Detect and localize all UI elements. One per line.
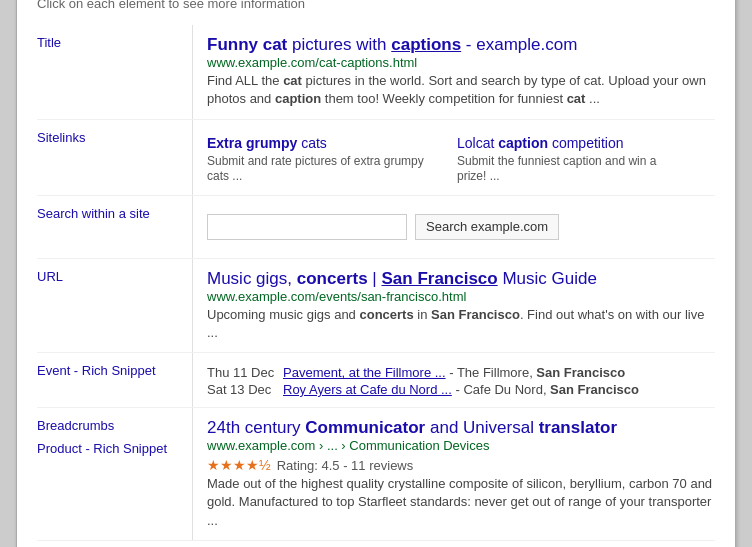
sitelinks-content: Extra grumpy cats Submit and rate pictur… (192, 120, 715, 195)
breadcrumbs-title[interactable]: 24th century Communicator and Universal … (207, 418, 617, 437)
product-rating-text: Rating: 4.5 - 11 reviews (277, 458, 414, 473)
label-title[interactable]: Title (37, 25, 192, 60)
url-result-snippet: Upcoming music gigs and concerts in San … (207, 306, 715, 342)
url-result-title[interactable]: Music gigs, concerts | San Francisco Mus… (207, 269, 597, 288)
breadcrumbs-product-content: 24th century Communicator and Universal … (192, 408, 715, 540)
product-desc: Made out of the highest quality crystall… (207, 475, 715, 530)
event-row: Event - Rich Snippet Thu 11 Dec Pavement… (37, 353, 715, 408)
search-within-inputs: Search example.com (207, 206, 715, 248)
product-stars: ★★★★½ (207, 457, 271, 473)
sitelink-1-desc: Submit and rate pictures of extra grumpy… (207, 154, 427, 185)
sitelink-2: Lolcat caption competition Submit the fu… (457, 134, 677, 185)
label-breadcrumbs[interactable]: Breadcrumbs (37, 408, 192, 437)
product-rating-row: ★★★★½ Rating: 4.5 - 11 reviews (207, 457, 715, 473)
title-snippet: Find ALL the cat pictures in the world. … (207, 72, 715, 108)
event-1-link[interactable]: Pavement, at the Fillmore ... (283, 365, 446, 380)
sitelink-1: Extra grumpy cats Submit and rate pictur… (207, 134, 427, 185)
sitelink-2-title[interactable]: Lolcat caption competition (457, 135, 624, 151)
title-bold-1: Funny cat (207, 35, 287, 54)
url-content: Music gigs, concerts | San Francisco Mus… (192, 259, 715, 352)
main-dialog: Search Appearance Overview Click on each… (16, 0, 736, 547)
event-1-date: Thu 11 Dec (207, 365, 275, 380)
label-sitelinks[interactable]: Sitelinks (37, 120, 192, 155)
breadcrumbs-url: www.example.com › ... › Communication De… (207, 438, 715, 453)
event-2-link-wrap: Roy Ayers at Cafe du Nord ... - Cafe Du … (283, 382, 639, 397)
sitelink-2-desc: Submit the funniest caption and win a pr… (457, 154, 677, 185)
label-search-within[interactable]: Search within a site (37, 196, 192, 231)
sitelinks-row: Sitelinks Extra grumpy cats Submit and r… (37, 120, 715, 196)
title-url: www.example.com/cat-captions.html (207, 55, 715, 70)
event-2-date: Sat 13 Dec (207, 382, 275, 397)
label-breadcrumbs-product-col: Breadcrumbs Product - Rich Snippet (37, 408, 192, 466)
label-product[interactable]: Product - Rich Snippet (37, 437, 192, 466)
result-title-link[interactable]: Funny cat pictures with captions - examp… (207, 35, 577, 54)
search-within-row: Search within a site Search example.com (37, 196, 715, 259)
event-content: Thu 11 Dec Pavement, at the Fillmore ...… (192, 353, 715, 407)
event-1: Thu 11 Dec Pavement, at the Fillmore ...… (207, 365, 715, 380)
search-input[interactable] (207, 214, 407, 240)
breadcrumbs-product-row: Breadcrumbs Product - Rich Snippet 24th … (37, 408, 715, 541)
event-2: Sat 13 Dec Roy Ayers at Cafe du Nord ...… (207, 382, 715, 397)
title-row: Title Funny cat pictures with captions -… (37, 25, 715, 119)
search-within-content: Search example.com (192, 196, 715, 258)
url-row: URL Music gigs, concerts | San Francisco… (37, 259, 715, 353)
search-example-button[interactable]: Search example.com (415, 214, 559, 240)
event-1-link-wrap: Pavement, at the Fillmore ... - The Fill… (283, 365, 625, 380)
label-url[interactable]: URL (37, 259, 192, 294)
label-event[interactable]: Event - Rich Snippet (37, 353, 192, 388)
title-content: Funny cat pictures with captions - examp… (192, 25, 715, 118)
event-2-link[interactable]: Roy Ayers at Cafe du Nord ... (283, 382, 452, 397)
sitelinks-grid: Extra grumpy cats Submit and rate pictur… (207, 134, 715, 185)
title-normal-1: pictures with (287, 35, 391, 54)
sitelink-1-title[interactable]: Extra grumpy cats (207, 135, 327, 151)
title-domain: - example.com (461, 35, 577, 54)
dialog-subtitle: Click on each element to see more inform… (37, 0, 715, 11)
url-result-url: www.example.com/events/san-francisco.htm… (207, 289, 715, 304)
title-bold-2: captions (391, 35, 461, 54)
